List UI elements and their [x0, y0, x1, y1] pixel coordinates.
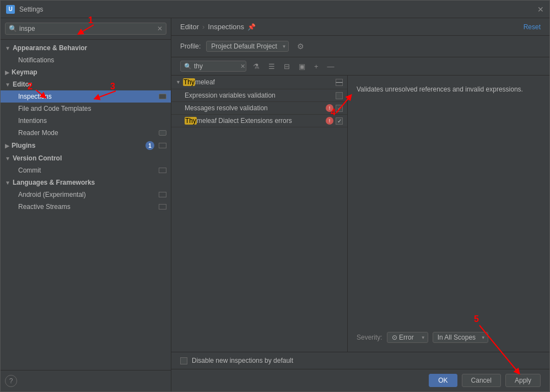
gear-button[interactable]: ⚙: [294, 40, 306, 52]
breadcrumb-editor: Editor: [180, 23, 199, 31]
insp-item-expr-vars-checkbox[interactable]: [336, 92, 343, 99]
section-version-control-header[interactable]: ▼ Version Control: [1, 152, 171, 164]
intentions-label: Intentions: [18, 117, 47, 125]
inspections-toolbar: 🔍 ✕ ⚗ ☰ ⊟ ▣ + —: [171, 57, 549, 76]
sidebar-item-file-code-templates[interactable]: File and Code Templates: [1, 103, 171, 115]
section-appearance[interactable]: ▼ Appearance & Behavior Notifications: [1, 42, 171, 66]
collapse-all-button[interactable]: ⊟: [282, 61, 292, 72]
insp-item-msg-resolve-checkbox[interactable]: [336, 105, 343, 112]
sidebar-search-bar: 🔍 ✕: [1, 18, 171, 40]
panel-header: Editor › Inspections 📌 Reset: [171, 18, 549, 36]
commit-label: Commit: [18, 167, 41, 174]
cancel-button[interactable]: Cancel: [462, 374, 501, 387]
insp-item-msg-resolve[interactable]: Messages resolve validation !: [171, 102, 347, 115]
sidebar-item-inspections[interactable]: Inspections: [1, 90, 171, 103]
section-plugins-label: Plugins: [12, 142, 35, 149]
sidebar-item-reader-mode[interactable]: Reader Mode: [1, 127, 171, 139]
more-button[interactable]: —: [325, 61, 337, 72]
section-appearance-header[interactable]: ▼ Appearance & Behavior: [1, 42, 171, 54]
insp-group-thymeleaf-header[interactable]: ▼ Thymeleaf —: [171, 76, 347, 89]
profile-select[interactable]: Project Default Project: [206, 41, 289, 52]
group-thymeleaf-name: Thymeleaf: [183, 78, 333, 86]
severity-select[interactable]: ⊙ Error Warning Info: [387, 332, 428, 343]
sidebar-search-input[interactable]: [19, 25, 157, 33]
section-version-control-label: Version Control: [13, 154, 62, 162]
breadcrumb-inspections: Inspections: [208, 23, 244, 31]
insp-item-dialect-errors-checkbox[interactable]: [336, 117, 343, 125]
chevron-down-icon: ▼: [5, 45, 10, 51]
sidebar-item-reactive-streams[interactable]: Reactive Streams: [1, 201, 171, 213]
disable-inspections-checkbox[interactable]: [180, 357, 187, 364]
section-editor-header[interactable]: ▼ Editor: [1, 78, 171, 90]
close-button[interactable]: ✕: [537, 5, 544, 14]
section-keymap[interactable]: ▶ Keymap: [1, 66, 171, 78]
help-button[interactable]: ?: [5, 375, 17, 387]
main-content: 🔍 ✕ ▼ Appearance & Behavior Notification…: [1, 18, 549, 391]
chevron-down-icon-2: ▼: [5, 82, 10, 88]
profile-bar: Profile: Project Default Project ⚙: [171, 36, 549, 57]
settings-window: U Settings ✕ 🔍 ✕ ▼ Appearance & Behavior: [0, 0, 550, 392]
inspections-search-input[interactable]: [194, 62, 238, 70]
section-languages-frameworks-header[interactable]: ▼ Languages & Frameworks: [1, 176, 171, 189]
severity-label: Severity:: [357, 334, 382, 341]
inspections-search-wrap[interactable]: 🔍 ✕: [180, 61, 246, 72]
chevron-right-icon-2: ▶: [5, 143, 9, 149]
right-panel: Editor › Inspections 📌 Reset Profile: Pr…: [171, 18, 549, 391]
sidebar-item-android[interactable]: Android (Experimental): [1, 189, 171, 201]
filter-button[interactable]: ⚗: [251, 61, 262, 72]
section-editor[interactable]: ▼ Editor Inspections File and Code Templ…: [1, 78, 171, 139]
insp-item-expr-vars[interactable]: Expression variables validation: [171, 89, 347, 102]
section-plugins-header[interactable]: ▶ Plugins 1: [1, 139, 171, 152]
sidebar-item-intentions[interactable]: Intentions: [1, 115, 171, 127]
ok-button[interactable]: OK: [429, 374, 457, 387]
profile-label: Profile:: [180, 42, 201, 50]
insp-search-clear-icon[interactable]: ✕: [240, 63, 245, 70]
group-chevron-down-icon: ▼: [176, 79, 181, 85]
section-version-control[interactable]: ▼ Version Control Commit: [1, 152, 171, 176]
section-appearance-label: Appearance & Behavior: [13, 44, 87, 52]
severity-row: Severity: ⊙ Error Warning Info In All Sc…: [357, 332, 541, 343]
insp-search-icon: 🔍: [184, 63, 192, 70]
insp-item-expr-vars-name: Expression variables validation: [185, 92, 333, 99]
insp-item-dialect-errors-error-icon: !: [326, 117, 333, 125]
inspections-label: Inspections: [18, 93, 52, 100]
notifications-label: Notifications: [18, 56, 54, 64]
severity-select-wrap[interactable]: ⊙ Error Warning Info: [387, 332, 428, 343]
pin-icon[interactable]: 📌: [247, 23, 256, 31]
app-icon: U: [6, 5, 15, 14]
toggle-button[interactable]: ▣: [296, 61, 308, 72]
insp-group-thymeleaf[interactable]: ▼ Thymeleaf — Expression variables valid…: [171, 76, 347, 127]
expand-all-button[interactable]: ☰: [266, 61, 277, 72]
add-button[interactable]: +: [312, 61, 321, 72]
apply-button[interactable]: Apply: [505, 374, 541, 387]
sidebar-item-notifications[interactable]: Notifications: [1, 54, 171, 66]
section-plugins[interactable]: ▶ Plugins 1: [1, 139, 171, 152]
scope-select[interactable]: In All Scopes: [433, 332, 488, 343]
insp-detail-description: Validates unresolved references and inva…: [357, 84, 541, 94]
breadcrumb-separator: ›: [202, 23, 204, 31]
commit-badge-icon: [159, 168, 166, 173]
thy-highlight: Thy: [183, 78, 195, 86]
file-code-templates-label: File and Code Templates: [18, 105, 91, 112]
plugins-count-badge: 1: [145, 141, 154, 150]
search-clear-icon[interactable]: ✕: [157, 25, 163, 33]
chevron-right-icon: ▶: [5, 69, 9, 76]
section-languages-frameworks-label: Languages & Frameworks: [13, 179, 95, 186]
inspections-list: ▼ Thymeleaf — Expression variables valid…: [171, 76, 348, 352]
section-languages-frameworks[interactable]: ▼ Languages & Frameworks Android (Experi…: [1, 176, 171, 213]
section-keymap-header[interactable]: ▶ Keymap: [1, 66, 171, 78]
group-thymeleaf-checkbox[interactable]: —: [336, 79, 343, 86]
scope-select-wrap[interactable]: In All Scopes: [433, 332, 488, 343]
chevron-down-icon-4: ▼: [5, 180, 10, 186]
sidebar-bottom: ?: [1, 370, 171, 391]
plugins-icon: [159, 143, 166, 148]
insp-item-dialect-errors[interactable]: Thymeleaf Dialect Extensions errors !: [171, 115, 347, 127]
reset-button[interactable]: Reset: [524, 23, 541, 31]
reader-mode-label: Reader Mode: [18, 129, 58, 137]
insp-item-msg-resolve-name: Messages resolve validation: [185, 104, 323, 112]
sidebar-search-wrap[interactable]: 🔍 ✕: [5, 23, 166, 35]
insp-detail-panel: Validates unresolved references and inva…: [348, 76, 549, 352]
section-keymap-label: Keymap: [12, 68, 37, 76]
profile-select-wrap[interactable]: Project Default Project: [206, 41, 289, 52]
sidebar-item-commit[interactable]: Commit: [1, 164, 171, 176]
